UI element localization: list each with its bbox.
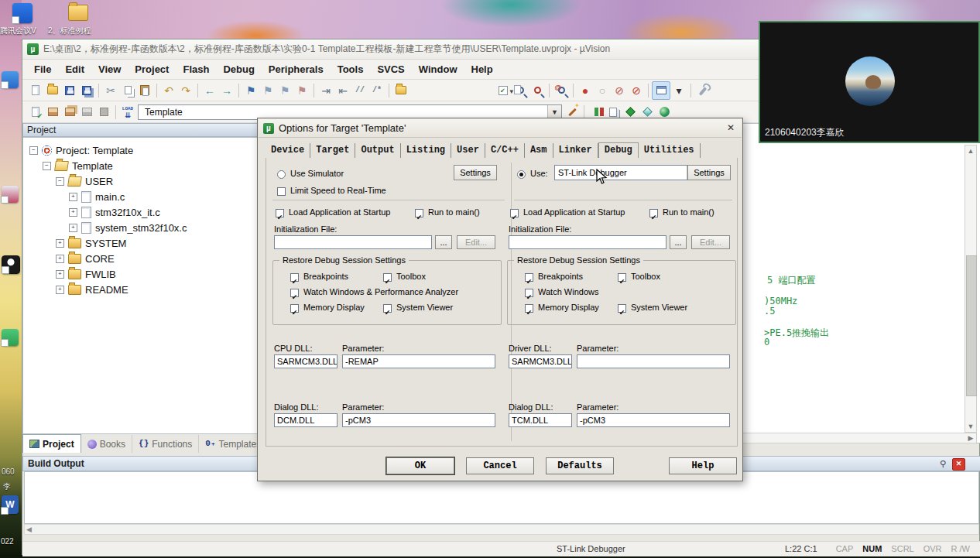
sim-load-app-checkbox[interactable]: ✔ <box>276 209 284 217</box>
dbg-init-file-input[interactable] <box>509 235 666 249</box>
tree-expander[interactable]: + <box>56 255 64 263</box>
simulator-settings-button[interactable]: Settings <box>454 165 497 180</box>
save-all-button[interactable] <box>78 82 95 99</box>
dialog-tab-debug[interactable]: Debug <box>598 142 639 159</box>
tab-project[interactable]: Project <box>22 434 81 453</box>
window-layout-button[interactable] <box>652 81 670 100</box>
sim-checkbox-breakpoints[interactable]: ✔ <box>290 273 299 282</box>
previous-bookmark-button[interactable]: ⚑ <box>259 82 276 99</box>
tree-expander[interactable]: + <box>69 208 77 217</box>
comment-button[interactable]: // <box>351 82 368 99</box>
ok-button[interactable]: OK <box>386 457 454 474</box>
next-bookmark-button[interactable]: ⚑ <box>276 82 293 99</box>
cut-button[interactable]: ✂ <box>102 82 119 99</box>
tencent-meeting-icon[interactable] <box>12 3 33 23</box>
tree-item[interactable]: +FWLIB <box>23 266 259 282</box>
menu-debug[interactable]: Debug <box>216 60 261 79</box>
dialog-tab-asm[interactable]: Asm <box>525 143 553 158</box>
menu-help[interactable]: Help <box>464 60 500 79</box>
debugger-settings-button[interactable]: Settings <box>687 165 731 180</box>
desktop-folder-icon[interactable] <box>68 5 88 21</box>
help-button[interactable]: Help <box>669 457 737 474</box>
word-icon[interactable]: W <box>2 495 19 514</box>
scroll-left-icon[interactable]: ◀ <box>26 525 32 534</box>
menu-file[interactable]: File <box>27 60 58 79</box>
scroll-right-icon[interactable]: ▶ <box>965 433 976 443</box>
project-panel-header[interactable]: Project <box>22 123 260 137</box>
dbg-checkbox-system-viewer[interactable]: ✔ <box>618 304 626 313</box>
dialog-tab-utilities[interactable]: Utilities <box>639 143 701 158</box>
build-button[interactable] <box>44 104 61 121</box>
unindent-button[interactable]: ⇤ <box>334 82 351 99</box>
tab-functions[interactable]: {}Functions <box>132 435 199 453</box>
insert-breakpoint-button[interactable]: ● <box>577 82 594 99</box>
rebuild-all-button[interactable] <box>61 104 78 121</box>
dbg-dialog-parameter-input[interactable]: -pCM3 <box>577 413 730 427</box>
sim-checkbox-system-viewer[interactable]: ✔ <box>383 304 392 313</box>
configure-tools-button[interactable] <box>694 82 711 99</box>
insert-bookmark-button[interactable]: ⚑ <box>242 82 259 99</box>
tree-expander[interactable]: + <box>69 193 77 201</box>
cpu-dll-input[interactable]: SARMCM3.DLL <box>274 354 338 368</box>
use-debugger-radio[interactable] <box>517 170 526 179</box>
driver-parameter-input[interactable] <box>577 354 730 368</box>
dialog-tab-target[interactable]: Target <box>310 143 355 158</box>
translate-button[interactable] <box>27 104 44 121</box>
dialog-tab-output[interactable]: Output <box>355 143 400 158</box>
menu-svcs[interactable]: SVCS <box>370 60 411 79</box>
layout-dropdown-button[interactable]: ▾ <box>670 82 687 99</box>
copy-button[interactable] <box>119 82 136 99</box>
tree-expander[interactable]: + <box>56 239 64 248</box>
dbg-checkbox-memory-display[interactable]: ✔ <box>525 304 533 313</box>
debugger-dropdown[interactable]: ST-Link Debugger ▼ <box>554 165 701 180</box>
batch-build-button[interactable] <box>78 104 95 121</box>
build-output-close-icon[interactable]: ✕ <box>952 458 965 471</box>
tree-expander[interactable]: + <box>69 224 77 232</box>
stop-build-button[interactable] <box>95 104 112 121</box>
dialog-tab-cc[interactable]: C/C++ <box>485 143 525 158</box>
cancel-button[interactable]: Cancel <box>466 457 534 474</box>
dialog-close-icon[interactable]: ✕ <box>725 122 737 135</box>
dbg-load-app-checkbox[interactable]: ✔ <box>510 209 519 217</box>
redo-button[interactable]: ↷ <box>177 82 194 99</box>
dbg-checkbox-breakpoints[interactable]: ✔ <box>525 273 533 282</box>
driver-dll-input[interactable]: SARMCM3.DLL <box>509 354 572 368</box>
sim-checkbox-memory-display[interactable]: ✔ <box>290 304 299 313</box>
menu-window[interactable]: Window <box>412 60 464 79</box>
dbg-edit-button[interactable]: Edit... <box>691 235 730 249</box>
dbg-run-main-checkbox[interactable]: ✔ <box>649 209 658 217</box>
tree-item[interactable]: +README <box>23 282 259 297</box>
sim-init-file-input[interactable] <box>274 235 432 249</box>
dialog-tab-linker[interactable]: Linker <box>553 143 598 158</box>
tree-item[interactable]: −Template <box>23 158 259 173</box>
dbg-browse-button[interactable]: ... <box>670 235 687 249</box>
tree-item[interactable]: −Project: Template <box>23 142 259 158</box>
navigate-forward-button[interactable]: → <box>218 82 235 99</box>
navigate-back-button[interactable]: ← <box>201 82 218 99</box>
open-project-folder-button[interactable] <box>392 82 409 99</box>
sim-edit-button[interactable]: Edit... <box>457 235 495 249</box>
dbg-dialog-dll-input[interactable]: TCM.DLL <box>509 413 572 427</box>
sim-browse-button[interactable]: ... <box>435 235 452 249</box>
wechat-icon[interactable] <box>2 329 19 346</box>
tree-item[interactable]: +CORE <box>23 251 259 266</box>
menu-tools[interactable]: Tools <box>331 60 371 79</box>
desktop-shortcut-2-icon[interactable] <box>2 186 19 203</box>
sim-checkbox-watch-windows---performance-analyzer[interactable]: ✔ <box>290 289 299 297</box>
tree-expander[interactable]: + <box>56 270 64 279</box>
kill-all-breakpoints-button[interactable]: ⊘ <box>628 82 645 99</box>
sim-run-main-checkbox[interactable]: ✔ <box>415 209 423 217</box>
new-file-button[interactable] <box>27 82 44 99</box>
save-button[interactable] <box>61 82 78 99</box>
sim-dialog-parameter-input[interactable]: -pCM3 <box>342 413 495 427</box>
desktop-shortcut-1-icon[interactable] <box>2 71 19 88</box>
dialog-titlebar[interactable]: µ Options for Target 'Template' ✕ <box>259 119 742 138</box>
tab-books[interactable]: Books <box>81 435 132 453</box>
defaults-button[interactable]: Defaults <box>546 457 614 474</box>
tree-expander[interactable]: − <box>43 162 51 170</box>
find-button[interactable] <box>553 82 570 99</box>
build-output-pin-icon[interactable]: ⚲ <box>937 458 948 469</box>
tree-expander[interactable]: + <box>56 286 64 294</box>
start-debug-session-button[interactable] <box>529 82 546 99</box>
paste-button[interactable] <box>136 82 153 99</box>
